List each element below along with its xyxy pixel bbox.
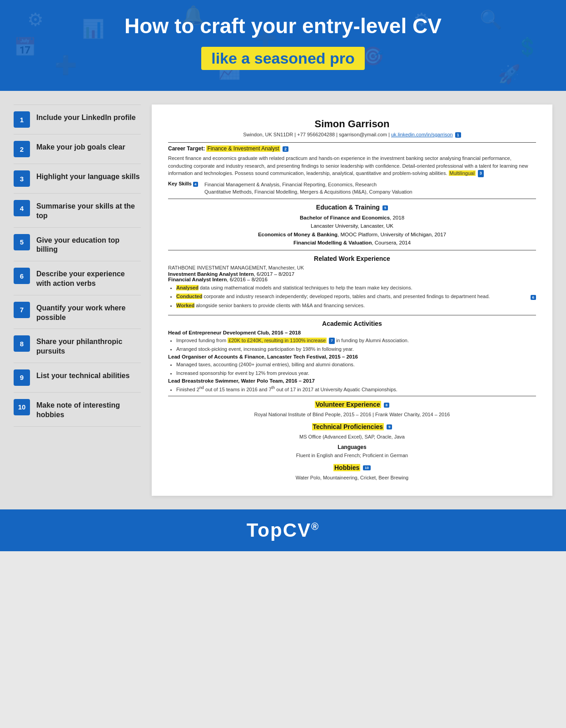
career-target-label: Career Target: (168, 145, 205, 152)
cv-key-skills-label: Key Skills 4 (168, 181, 200, 187)
cv-activity-1-bullets: Improved funding from £20K to £240K, res… (176, 337, 536, 353)
tip-text-2: Make your job goals clear (36, 141, 125, 152)
key-skills-badge: 4 (193, 182, 198, 187)
tip-number-3: 3 (14, 170, 30, 187)
tip-text-3: Highlight your language skills (36, 170, 140, 182)
tip-text-10: Make note of interesting hobbies (36, 399, 141, 420)
cv-education-header: Education & Training 5 (168, 204, 536, 211)
cv-key-skills-content: Financial Management & Analysis, Financi… (204, 181, 412, 196)
cv-hobbies-header: Hobbies 10 (168, 464, 536, 471)
footer-logo: TopCV® (0, 519, 566, 541)
cv-activity-3-title: Lead Breaststroke Swimmer, Water Polo Te… (168, 378, 536, 384)
tip-item-10: 10 Make note of interesting hobbies (14, 393, 141, 427)
cv-linkedin-badge: 1 (455, 132, 461, 138)
tip-number-10: 10 (14, 399, 30, 415)
cv-career-target: Career Target: Finance & Investment Anal… (168, 145, 536, 152)
tip-text-4: Summarise your skills at the top (36, 200, 141, 221)
multilingual-badge: 3 (478, 170, 484, 177)
tip-item-1: 1 Include your LinkedIn profile (14, 105, 141, 135)
cv-volunteer-header: Volunteer Experience 8 (168, 401, 536, 408)
tip-number-6: 6 (14, 268, 30, 284)
volunteer-badge: 8 (384, 403, 389, 408)
tip-number-9: 9 (14, 369, 30, 386)
cv-divider-2 (168, 199, 536, 199)
cv-work-bullets: Analysed data using mathematical models … (176, 284, 528, 311)
tip-item-6: 6 Describe your experience with action v… (14, 261, 141, 295)
tip-text-7: Quantify your work where possible (36, 302, 141, 323)
cv-divider-4 (168, 315, 536, 315)
tip-item-7: 7 Quantify your work where possible (14, 295, 141, 329)
tech-badge: 9 (387, 424, 392, 429)
cv-languages-text: Fluent in English and French; Proficient… (168, 452, 536, 459)
cv-volunteer-text: Royal National Institute of Blind People… (168, 411, 536, 419)
cv-panel: Simon Garrison Swindon, UK SN11DR | +77 … (152, 105, 552, 496)
header-subtitle: like a seasoned pro (211, 50, 355, 67)
cv-divider-5 (168, 396, 536, 396)
cv-work-title2: Financial Analyst Intern, 6/2016 – 8/201… (168, 277, 536, 282)
work-badge: 6 (531, 295, 536, 300)
cv-name: Simon Garrison (168, 118, 536, 130)
header-title: How to craft your entry-level CV (18, 14, 548, 39)
tip-number-4: 4 (14, 200, 30, 216)
tip-text-6: Describe your experience with action ver… (36, 268, 141, 289)
career-target-role: Finance & Investment Analyst (206, 145, 280, 152)
cv-activity-2-title: Lead Organiser of Accounts & Finance, La… (168, 354, 536, 359)
cv-linkedin[interactable]: uk.linkedin.com/in/sgarrison (391, 132, 453, 137)
education-badge: 5 (382, 205, 388, 210)
cv-divider-top (168, 142, 536, 143)
cv-languages-header: Languages (168, 444, 536, 450)
header: ⚙ 📅 📊 ➕ 🔔 ➕ 📈 ⚙ 🎯 🔍 💲 🚀 How to craft you… (0, 0, 566, 91)
cv-tech-text: MS Office (Advanced Excel), SAP, Oracle,… (168, 433, 536, 441)
tip-item-3: 3 Highlight your language skills (14, 164, 141, 194)
cv-work-company: RATHBONE INVESTMENT MANAGEMENT, Manchest… (168, 265, 536, 270)
footer: TopCV® (0, 509, 566, 551)
quantify-badge: 7 (329, 338, 334, 344)
cv-key-skills-row: Key Skills 4 Financial Management & Anal… (168, 181, 536, 196)
tip-item-5: 5 Give your education top billing (14, 228, 141, 262)
cv-contact-text: Swindon, UK SN11DR | +77 9566204288 | sg… (243, 132, 390, 137)
tip-item-4: 4 Summarise your skills at the top (14, 194, 141, 228)
tips-panel: 1 Include your LinkedIn profile 2 Make y… (14, 105, 141, 427)
cv-work-title1: Investment Banking Analyst Intern, 6/201… (168, 271, 536, 277)
tip-number-1: 1 (14, 111, 30, 128)
cv-activity-1-title: Head of Entrepreneur Development Club, 2… (168, 330, 536, 335)
cv-hobbies-text: Water Polo, Mountaineering, Cricket, Bee… (168, 474, 536, 482)
cv-academic-header: Academic Activities (168, 320, 536, 327)
cv-activity-3-bullets: Finished 2nd out of 15 teams in 2016 and… (176, 385, 536, 393)
tip-item-8: 8 Share your philanthropic pursuits (14, 329, 141, 363)
tip-number-8: 8 (14, 335, 30, 352)
tip-item-9: 9 List your technical abilities (14, 363, 141, 393)
tip-text-5: Give your education top billing (36, 234, 141, 255)
cv-work-header: Related Work Experience (168, 255, 536, 262)
career-target-badge: 2 (283, 146, 288, 152)
tip-text-8: Share your philanthropic pursuits (36, 335, 141, 356)
cv-tech-header: Technical Proficiencies 9 (168, 423, 536, 430)
work-bullets-with-badge: Analysed data using mathematical models … (168, 282, 536, 313)
cv-activity-2-bullets: Managed taxes, accounting (2400+ journal… (176, 361, 536, 377)
tip-number-5: 5 (14, 234, 30, 250)
header-subtitle-wrapper: like a seasoned pro (201, 47, 365, 70)
main-content: 1 Include your LinkedIn profile 2 Make y… (0, 91, 566, 509)
cv-divider-3 (168, 250, 536, 250)
tip-number-7: 7 (14, 302, 30, 318)
tip-item-2: 2 Make your job goals clear (14, 135, 141, 164)
tip-number-2: 2 (14, 141, 30, 157)
tip-text-9: List your technical abilities (36, 369, 129, 381)
cv-contact: Swindon, UK SN11DR | +77 9566204288 | sg… (168, 132, 536, 138)
cv-education-entries: Bachelor of Finance and Economics, 2018 … (168, 214, 536, 247)
multilingual-text: Multilingual (449, 170, 476, 176)
tip-text-1: Include your LinkedIn profile (36, 111, 136, 123)
hobbies-badge: 10 (363, 465, 371, 470)
cv-summary: Recent finance and economics graduate wi… (168, 155, 536, 177)
